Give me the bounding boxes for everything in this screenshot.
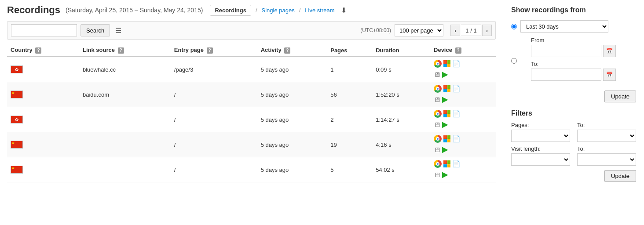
list-icon[interactable]: ☰ [115, 26, 121, 35]
cell-device: 📄🖥▶ [430, 157, 496, 182]
play-icon[interactable]: ▶ [442, 69, 448, 79]
desktop-icon: 🖥 [434, 96, 440, 103]
visit-length-filter: Visit length: [511, 145, 570, 166]
cell-duration: 54:02 s [372, 157, 430, 182]
table-row: ★baidu.com/5 days ago561:52:20 s📄🖥▶ [7, 82, 496, 107]
cell-entry-page: / [171, 132, 257, 157]
page-info: 1 / 1 [461, 25, 481, 36]
cell-duration: 1:14:27 s [372, 107, 430, 132]
cell-device: 📄🖥▶ [430, 132, 496, 157]
activity-help-icon[interactable]: ? [284, 47, 290, 54]
to-date-row: 📅 [531, 69, 616, 81]
cell-pages: 5 [327, 157, 372, 182]
radio-group: Last 30 days Last 7 days Last 90 days Fr… [511, 20, 636, 84]
from-to-section: From 📅 To: 📅 [531, 37, 616, 84]
play-icon[interactable]: ▶ [442, 94, 448, 104]
pages-to-filter: To: [577, 122, 636, 142]
tab-separator2: / [299, 7, 301, 14]
cell-link-source: bluewhale.cc [79, 57, 171, 82]
date-range: (Saturday, April 25, 2015 – Sunday, May … [66, 7, 203, 14]
cell-entry-page: /page/3 [171, 57, 257, 82]
cell-device: 📄🖥▶ [430, 57, 496, 82]
play-icon[interactable]: ▶ [442, 120, 448, 129]
prev-page-button[interactable]: ‹ [450, 25, 460, 36]
col-activity: Activity ? [257, 44, 327, 57]
cell-country: ★ [7, 82, 79, 107]
cell-pages: 19 [327, 132, 372, 157]
visit-length-label: Visit length: [511, 145, 570, 152]
cell-device: 📄🖥▶ [430, 107, 496, 132]
desktop-icon: 🖥 [434, 121, 440, 128]
visit-length-to-label: To: [577, 145, 636, 152]
cell-device: 📄🖥▶ [430, 82, 496, 107]
col-country: Country ? [7, 44, 79, 57]
cell-entry-page: / [171, 157, 257, 182]
table-row: ★/5 days ago194:16 s📄🖥▶ [7, 132, 496, 157]
desktop-icon: 🖥 [434, 71, 440, 78]
tab-single-pages[interactable]: Single pages [262, 7, 295, 14]
cell-duration: 0:09 s [372, 57, 430, 82]
from-calendar-button[interactable]: 📅 [603, 45, 616, 57]
doc-icon[interactable]: 📄 [452, 85, 461, 93]
country-help-icon[interactable]: ? [35, 47, 41, 54]
radio-last30[interactable] [511, 24, 517, 29]
next-page-button[interactable]: › [482, 25, 492, 36]
from-date-input[interactable] [531, 45, 601, 57]
doc-icon[interactable]: 📄 [452, 110, 461, 118]
tab-recordings[interactable]: Recordings [210, 5, 251, 15]
date-range-select[interactable]: Last 30 days Last 7 days Last 90 days [520, 20, 608, 33]
download-icon[interactable]: ⬇ [341, 6, 347, 15]
pages-filter: Pages: [511, 122, 570, 142]
play-icon[interactable]: ▶ [442, 170, 448, 179]
pages-filter-select[interactable] [511, 130, 570, 142]
to-calendar-button[interactable]: 📅 [603, 69, 616, 81]
cell-link-source [79, 107, 171, 132]
timezone-label: (UTC+08:00) [360, 27, 391, 33]
col-duration: Duration [372, 44, 430, 57]
link-source-help-icon[interactable]: ? [118, 47, 124, 54]
table-row: ★/5 days ago554:02 s📄🖥▶ [7, 157, 496, 182]
doc-icon[interactable]: 📄 [452, 160, 461, 168]
visit-length-to-filter: To: [577, 145, 636, 166]
cell-activity: 5 days ago [257, 57, 327, 82]
tab-bar: Recordings [210, 5, 251, 16]
cell-link-source: baidu.com [79, 82, 171, 107]
cell-pages: 56 [327, 82, 372, 107]
pages-filter-label: Pages: [511, 122, 570, 128]
filters-title: Filters [511, 109, 636, 117]
update-button-2[interactable]: Update [604, 170, 636, 182]
filter-grid: Pages: To: Visit length: To: [511, 122, 636, 166]
tab-separator: / [256, 7, 257, 14]
device-help-icon[interactable]: ? [455, 47, 461, 54]
cell-country: ✿ [7, 107, 79, 132]
per-page-select[interactable]: 100 per page 50 per page 25 per page [395, 24, 443, 36]
pagination: ‹ 1 / 1 › [450, 25, 492, 36]
update-button[interactable]: Update [604, 91, 636, 102]
sidebar-title: Show recordings from [511, 6, 636, 14]
radio-row-custom: From 📅 To: 📅 [511, 37, 636, 84]
search-button[interactable]: Search [80, 24, 110, 36]
doc-icon[interactable]: 📄 [452, 60, 461, 68]
cell-country: ✿ [7, 57, 79, 82]
col-link-source: Link source ? [79, 44, 171, 57]
tab-live-stream[interactable]: Live stream [305, 7, 334, 14]
cell-entry-page: / [171, 82, 257, 107]
cell-activity: 5 days ago [257, 82, 327, 107]
toolbar: Search ☰ (UTC+08:00) 100 per page 50 per… [7, 21, 496, 40]
desktop-icon: 🖥 [434, 146, 440, 153]
from-label: From [531, 37, 616, 44]
doc-icon[interactable]: 📄 [452, 135, 461, 143]
col-device: Device ? [430, 44, 496, 57]
entry-page-help-icon[interactable]: ? [207, 47, 213, 54]
cell-activity: 5 days ago [257, 132, 327, 157]
from-date-row: 📅 [531, 45, 616, 57]
pages-to-select[interactable] [577, 130, 636, 142]
search-input[interactable] [11, 24, 77, 36]
radio-custom[interactable] [511, 58, 517, 64]
cell-activity: 5 days ago [257, 157, 327, 182]
visit-length-select[interactable] [511, 153, 570, 166]
to-date-input[interactable] [531, 69, 601, 81]
visit-length-to-select[interactable] [577, 153, 636, 166]
play-icon[interactable]: ▶ [442, 145, 448, 154]
cell-duration: 4:16 s [372, 132, 430, 157]
